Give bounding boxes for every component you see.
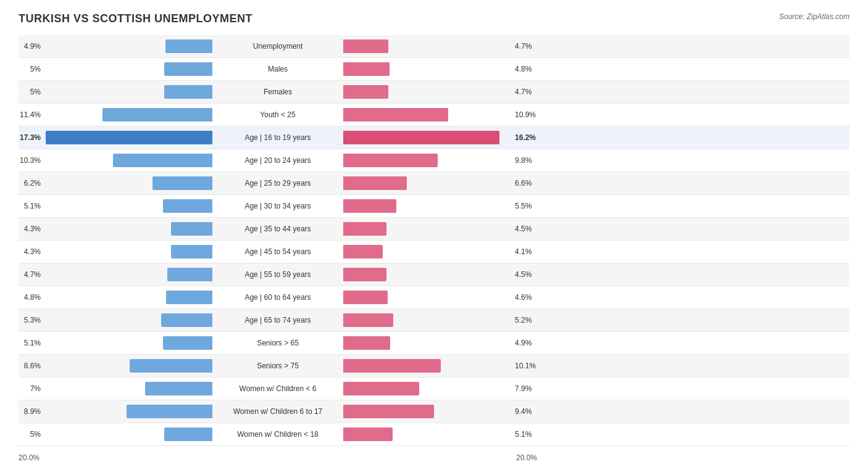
bar-row: 17.3% Age | 16 to 19 years 16.2%	[19, 126, 849, 149]
bar-row: 5.1% Age | 30 to 34 years 5.5%	[19, 195, 849, 218]
left-bar	[113, 154, 212, 167]
right-bar-wrap	[343, 382, 512, 395]
right-bar	[343, 382, 419, 395]
right-bar	[343, 176, 407, 190]
left-bar	[46, 131, 212, 144]
right-value: 4.7%	[515, 42, 537, 51]
right-value: 4.1%	[515, 247, 537, 256]
axis-label-right: 20.0%	[516, 453, 537, 462]
right-section: 5.1%	[340, 428, 537, 441]
left-section: 5%	[19, 85, 216, 99]
axis-right: 20.0%	[340, 453, 537, 462]
right-value: 10.9%	[515, 110, 537, 119]
left-bar	[161, 313, 212, 327]
left-bar-wrap	[43, 154, 212, 167]
left-bar	[163, 199, 212, 213]
axis-label-left: 20.0%	[19, 453, 40, 462]
right-section: 4.7%	[340, 85, 537, 99]
left-section: 5.3%	[19, 313, 216, 327]
left-section: 10.3%	[19, 154, 216, 167]
left-bar	[127, 405, 212, 418]
left-bar-wrap	[43, 359, 212, 373]
right-value: 10.1%	[515, 362, 537, 370]
right-section: 4.9%	[340, 336, 537, 350]
right-bar-wrap	[343, 313, 512, 327]
bar-row: 4.9% Unemployment 4.7%	[19, 35, 849, 58]
right-bar	[343, 154, 438, 167]
right-value: 4.7%	[515, 88, 537, 96]
bar-row: 5.3% Age | 65 to 74 years 5.2%	[19, 309, 849, 332]
right-value: 7.9%	[515, 384, 537, 393]
right-bar	[343, 222, 386, 236]
left-section: 4.8%	[19, 291, 216, 304]
left-value: 5.1%	[19, 202, 41, 210]
center-label: Women w/ Children < 18	[216, 430, 340, 439]
center-label: Age | 65 to 74 years	[216, 316, 340, 324]
left-section: 17.3%	[19, 131, 216, 144]
right-value: 4.6%	[515, 293, 537, 302]
right-section: 5.2%	[340, 313, 537, 327]
left-value: 5.1%	[19, 339, 41, 347]
left-bar-wrap	[43, 313, 212, 327]
center-label: Males	[216, 65, 340, 73]
right-value: 4.8%	[515, 65, 537, 73]
left-value: 6.2%	[19, 179, 41, 188]
bar-row: 4.3% Age | 35 to 44 years 4.5%	[19, 218, 849, 241]
right-bar	[343, 39, 388, 53]
bar-row: 4.8% Age | 60 to 64 years 4.6%	[19, 286, 849, 309]
right-bar-wrap	[343, 154, 512, 167]
right-bar-wrap	[343, 428, 512, 441]
left-section: 4.3%	[19, 245, 216, 258]
bar-row: 4.3% Age | 45 to 54 years 4.1%	[19, 241, 849, 263]
right-section: 7.9%	[340, 382, 537, 395]
center-label: Women w/ Children 6 to 17	[216, 407, 340, 416]
right-section: 4.5%	[340, 268, 537, 281]
right-value: 6.6%	[515, 179, 537, 188]
right-value: 4.5%	[515, 270, 537, 279]
left-value: 4.8%	[19, 293, 41, 302]
right-section: 4.1%	[340, 245, 537, 258]
center-label: Seniors > 65	[216, 339, 340, 347]
left-bar	[164, 62, 212, 76]
bar-row: 7% Women w/ Children < 6 7.9%	[19, 378, 849, 400]
right-section: 4.5%	[340, 222, 537, 236]
right-bar-wrap	[343, 359, 512, 373]
left-value: 5%	[19, 430, 41, 439]
rows-area: 4.9% Unemployment 4.7% 5% Males	[19, 35, 849, 446]
bar-row: 5.1% Seniors > 65 4.9%	[19, 332, 849, 355]
right-bar-wrap	[343, 39, 512, 53]
right-bar	[343, 359, 441, 373]
right-bar-wrap	[343, 245, 512, 258]
left-bar	[167, 268, 212, 281]
right-bar-wrap	[343, 131, 512, 144]
axis-row: 20.0% 20.0%	[19, 448, 849, 467]
left-value: 10.3%	[19, 156, 41, 165]
bar-row: 8.9% Women w/ Children 6 to 17 9.4%	[19, 400, 849, 423]
left-bar-wrap	[43, 108, 212, 122]
left-bar-wrap	[43, 85, 212, 99]
left-bar-wrap	[43, 176, 212, 190]
left-value: 11.4%	[19, 110, 41, 119]
right-bar-wrap	[343, 62, 512, 76]
axis-left: 20.0%	[19, 453, 216, 462]
right-bar-wrap	[343, 291, 512, 304]
left-value: 5%	[19, 65, 41, 73]
bar-row: 5% Women w/ Children < 18 5.1%	[19, 423, 849, 446]
left-bar-wrap	[43, 131, 212, 144]
left-value: 4.7%	[19, 270, 41, 279]
left-value: 8.6%	[19, 362, 41, 370]
left-bar-wrap	[43, 405, 212, 418]
left-section: 4.3%	[19, 222, 216, 236]
left-section: 4.7%	[19, 268, 216, 281]
left-value: 5.3%	[19, 316, 41, 324]
right-bar	[343, 62, 390, 76]
right-bar	[343, 268, 386, 281]
center-label: Age | 16 to 19 years	[216, 133, 340, 142]
right-bar-wrap	[343, 176, 512, 190]
right-section: 10.9%	[340, 108, 537, 122]
center-label: Seniors > 75	[216, 362, 340, 370]
right-bar-wrap	[343, 405, 512, 418]
bar-row: 8.6% Seniors > 75 10.1%	[19, 355, 849, 378]
left-bar-wrap	[43, 268, 212, 281]
left-value: 4.9%	[19, 42, 41, 51]
